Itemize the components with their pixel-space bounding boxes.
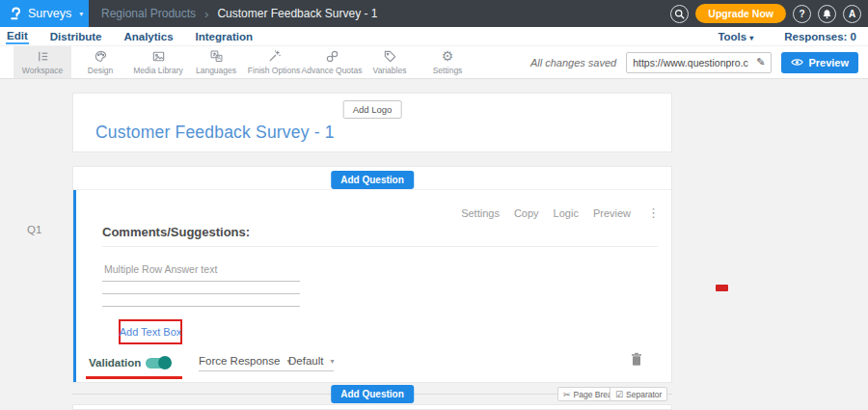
tab-distribute[interactable]: Distribute [49,29,103,43]
save-status: All changes saved [530,57,616,68]
survey-title[interactable]: Customer Feedback Survey - 1 [95,123,335,143]
avatar[interactable]: A [843,5,861,23]
questionpro-logo-icon [9,7,22,20]
add-question-strip: Add Question [73,167,671,190]
chevron-down-icon: ▾ [79,10,83,18]
main-nav: Edit Distribute Analytics Integration To… [0,27,868,46]
answer-placeholder: Multiple Row Answer text [104,263,217,275]
palette-icon [94,49,108,64]
force-response-select[interactable]: Force Response ▾ [199,355,290,371]
product-name: Surveys [28,7,71,20]
nav-right: Tools▾ Responses: 0 [718,31,856,42]
question-divider [102,246,658,247]
question-actions: Settings Copy Logic Preview ⋮ [461,205,660,220]
tool-advance-quotas[interactable]: Advance Quotas [303,46,361,78]
page-break-icon: ✂ [563,390,571,399]
question-number: Q1 [27,224,41,235]
question-text[interactable]: Comments/Suggestions: [102,225,250,239]
tool-label: Variables [373,66,407,75]
tools-label: Tools [718,31,746,42]
tab-integration[interactable]: Integration [195,29,254,43]
answer-row-line [102,281,300,282]
edit-url-icon[interactable]: ✎ [750,56,771,68]
validation-label: Validation [89,357,141,369]
tool-workspace[interactable]: Workspace [14,46,71,78]
toggle-knob [158,356,172,369]
tool-label: Settings [433,66,463,75]
editor-toolbar: Workspace Design Media Library A Languag… [0,46,868,79]
survey-canvas: Add Logo Customer Feedback Survey - 1 Ad… [0,79,868,410]
preview-label: Preview [808,57,849,68]
tool-finish-options[interactable]: Finish Options [245,46,303,78]
separator-button[interactable]: ☑ Separator [610,387,667,401]
question-card: Add Question Settings Copy Logic Preview… [72,166,672,383]
tab-edit[interactable]: Edit [6,28,29,44]
chevron-down-icon: ▾ [749,34,753,42]
delete-question-button[interactable] [631,352,642,370]
trash-icon [631,352,642,367]
question-preview-link[interactable]: Preview [593,207,631,219]
survey-header-card: Add Logo Customer Feedback Survey - 1 [72,93,672,152]
separator-label: Separator [626,390,662,399]
search-icon [674,9,685,19]
chevron-down-icon: ▾ [330,357,334,366]
tools-menu[interactable]: Tools▾ [718,31,753,42]
tool-label: Design [88,66,113,75]
add-logo-button[interactable]: Add Logo [343,100,402,119]
tool-languages[interactable]: A Languages [187,46,245,78]
survey-url-field: ✎ [626,52,772,73]
tool-label: Media Library [133,66,183,75]
gear-icon: ⚙ [442,49,454,64]
tab-analytics[interactable]: Analytics [122,29,174,43]
question-logic-link[interactable]: Logic [554,207,579,219]
image-icon [151,49,166,64]
default-label: Default [288,355,323,367]
add-question-button-top[interactable]: Add Question [331,171,414,189]
tool-settings[interactable]: ⚙ Settings [419,46,476,78]
magic-wand-icon [267,49,282,64]
topbar: Surveys ▾ Regional Products › Customer F… [0,0,868,27]
tool-variables[interactable]: Variables [361,46,419,78]
annotation-red-marker [716,285,728,291]
breadcrumb-current: Customer Feedback Survey - 1 [217,7,377,20]
upgrade-now-button[interactable]: Upgrade Now [695,4,786,23]
validation-toggle[interactable] [146,358,170,369]
responses-count[interactable]: Responses: 0 [784,31,856,42]
annotation-highlight-box: Add Text Box [119,319,182,344]
tag-icon [383,49,397,64]
add-question-button-bottom[interactable]: Add Question [331,385,414,403]
tool-media-library[interactable]: Media Library [129,46,187,78]
notifications-button[interactable] [818,5,836,23]
search-button[interactable] [670,5,689,23]
more-options-icon[interactable]: ⋮ [647,205,660,220]
eye-icon [791,58,803,67]
breadcrumb-parent[interactable]: Regional Products [101,7,196,20]
answer-row-line [102,306,300,307]
add-text-box-link[interactable]: Add Text Box [120,326,182,338]
tool-label: Advance Quotas [302,66,363,75]
tool-design[interactable]: Design [71,46,129,78]
breadcrumb-separator-icon: › [204,7,208,21]
links-icon [325,49,339,64]
breadcrumb: Regional Products › Customer Feedback Su… [101,7,377,21]
preview-button[interactable]: Preview [781,52,858,73]
question-copy-link[interactable]: Copy [514,207,539,219]
translate-icon: A [209,49,224,64]
help-button[interactable]: ? [793,5,811,23]
question-settings-link[interactable]: Settings [461,207,500,219]
workspace-icon [36,49,50,64]
topbar-actions: Upgrade Now ? A [670,4,868,23]
separator-checkbox-icon: ☑ [615,390,623,399]
surveys-product-menu[interactable]: Surveys ▾ [0,0,89,27]
svg-text:A: A [217,55,221,61]
survey-url-input[interactable] [627,57,750,68]
tool-label: Finish Options [248,66,300,75]
question-block: Settings Copy Logic Preview ⋮ Comments/S… [73,190,671,382]
annotation-underline [86,376,182,379]
tool-label: Languages [196,66,236,75]
answer-row-line [102,293,300,294]
tool-label: Workspace [22,66,63,75]
toolbar-right: All changes saved ✎ Preview [530,46,868,78]
default-select[interactable]: Default ▾ [288,355,334,371]
questionpro-survey-editor: Surveys ▾ Regional Products › Customer F… [0,0,868,410]
